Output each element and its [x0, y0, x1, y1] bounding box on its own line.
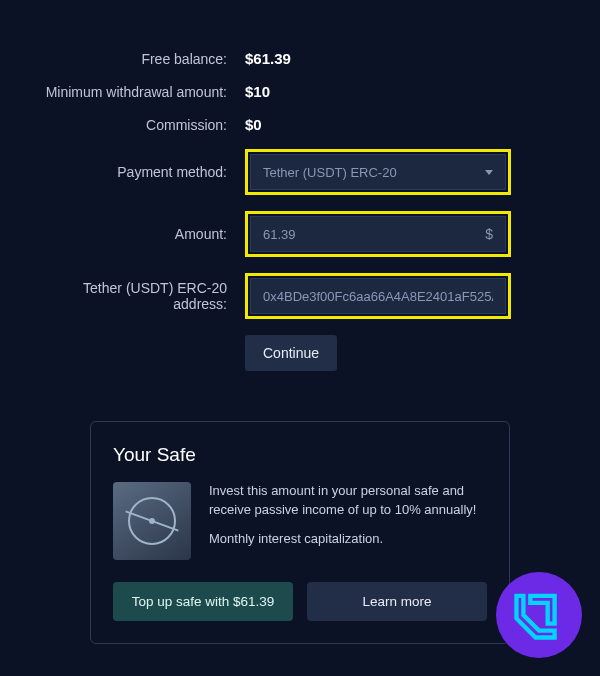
- brand-logo-icon: [513, 589, 565, 641]
- value-commission: $0: [245, 116, 262, 133]
- brand-logo-badge: [496, 572, 582, 658]
- safe-capitalization: Monthly interest capitalization.: [209, 530, 487, 549]
- select-payment-method[interactable]: Tether (USDT) ERC-20: [250, 154, 506, 190]
- input-address[interactable]: 0x4BDe3f00Fc6aa66A4A8E2401aF525A7: [250, 278, 506, 314]
- learn-more-button[interactable]: Learn more: [307, 582, 487, 621]
- safe-description: Invest this amount in your personal safe…: [209, 482, 487, 520]
- value-free-balance: $61.39: [245, 50, 291, 67]
- continue-button[interactable]: Continue: [245, 335, 337, 371]
- row-continue: Continue: [30, 335, 570, 371]
- highlight-payment-method: Tether (USDT) ERC-20: [245, 149, 511, 195]
- chevron-down-icon: [485, 170, 493, 175]
- row-amount: Amount: 61.39 $: [30, 211, 570, 257]
- safe-buttons: Top up safe with $61.39 Learn more: [113, 582, 487, 621]
- label-free-balance: Free balance:: [30, 51, 245, 67]
- safe-body: Invest this amount in your personal safe…: [113, 482, 487, 560]
- row-address: Tether (USDT) ERC-20 address: 0x4BDe3f00…: [30, 273, 570, 319]
- label-commission: Commission:: [30, 117, 245, 133]
- row-commission: Commission: $0: [30, 116, 570, 133]
- topup-safe-button[interactable]: Top up safe with $61.39: [113, 582, 293, 621]
- your-safe-panel: Your Safe Invest this amount in your per…: [90, 421, 510, 644]
- row-free-balance: Free balance: $61.39: [30, 50, 570, 67]
- highlight-address: 0x4BDe3f00Fc6aa66A4A8E2401aF525A7: [245, 273, 511, 319]
- input-address-value: 0x4BDe3f00Fc6aa66A4A8E2401aF525A7: [263, 289, 493, 304]
- safe-vault-icon: [113, 482, 191, 560]
- highlight-amount: 61.39 $: [245, 211, 511, 257]
- row-payment-method: Payment method: Tether (USDT) ERC-20: [30, 149, 570, 195]
- label-min-withdrawal: Minimum withdrawal amount:: [30, 84, 245, 100]
- label-address: Tether (USDT) ERC-20 address:: [30, 280, 245, 312]
- safe-title: Your Safe: [113, 444, 487, 466]
- row-min-withdrawal: Minimum withdrawal amount: $10: [30, 83, 570, 100]
- withdrawal-form: Free balance: $61.39 Minimum withdrawal …: [0, 0, 600, 391]
- input-amount[interactable]: 61.39 $: [250, 216, 506, 252]
- label-payment-method: Payment method:: [30, 164, 245, 180]
- label-amount: Amount:: [30, 226, 245, 242]
- value-min-withdrawal: $10: [245, 83, 270, 100]
- select-payment-method-value: Tether (USDT) ERC-20: [263, 165, 397, 180]
- input-amount-value: 61.39: [263, 227, 477, 242]
- currency-suffix: $: [477, 226, 493, 242]
- safe-texts: Invest this amount in your personal safe…: [209, 482, 487, 560]
